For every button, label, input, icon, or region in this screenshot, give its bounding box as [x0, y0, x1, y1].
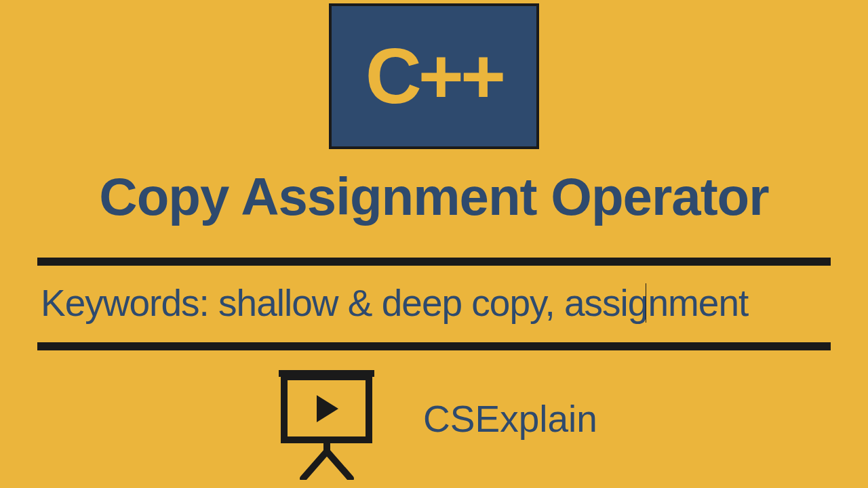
cpp-logo-box: C++ — [329, 3, 539, 149]
svg-marker-2 — [317, 395, 338, 422]
footer-section: CSExplain — [0, 358, 868, 480]
svg-line-5 — [327, 451, 351, 479]
divider-top — [37, 258, 831, 266]
main-title: Copy Assignment Operator — [0, 166, 868, 228]
presentation-play-icon — [271, 358, 382, 480]
cpp-logo-text: C++ — [366, 37, 502, 115]
text-cursor — [646, 283, 646, 323]
svg-line-4 — [303, 451, 327, 479]
divider-bottom — [37, 342, 831, 350]
channel-name: CSExplain — [423, 397, 597, 441]
keywords-text: Keywords: shallow & deep copy, assignmen… — [41, 281, 827, 325]
